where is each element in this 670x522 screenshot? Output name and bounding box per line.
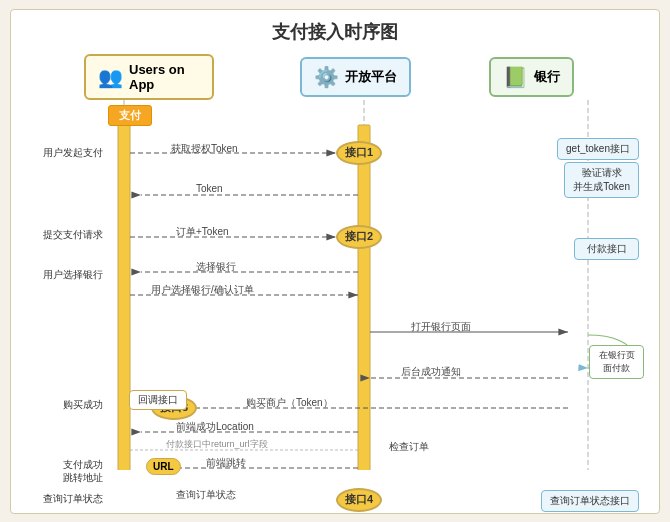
label-success-notify: 后台成功通知 [401,365,461,379]
label-order-token: 订单+Token [176,225,229,239]
validate-box: 验证请求并生成Token [564,162,639,198]
users-icon: 👥 [98,65,123,89]
pay-badge: 支付 [108,105,152,126]
actor-label-platform: 开放平台 [345,68,397,86]
url-badge: URL [146,458,181,475]
label-return-url: 付款接口中return_url字段 [166,438,268,451]
actors-row: 👥 Users on App ⚙️ 开放平台 📗 银行 [21,54,649,100]
interface2-node: 接口2 [336,225,382,249]
label-select-bank: 选择银行 [196,260,236,274]
sequence-area: 支付 接口1 接口2 接口3 接口4 URL 回调接口 get_token接口 … [21,100,649,470]
actor-box-bank: 📗 银行 [489,57,574,97]
actor-box-platform: ⚙️ 开放平台 [300,57,411,97]
label-verify-order: 检查订单 [389,440,429,454]
actor-label-bank: 银行 [534,68,560,86]
label-location: 前端成功Location [176,420,254,434]
query-box: 查询订单状态接口 [541,490,639,512]
get-token-box: get_token接口 [557,138,639,160]
svg-rect-9 [358,125,370,470]
diagram-title: 支付接入时序图 [21,20,649,44]
section-submit: 提交支付请求 [21,228,103,241]
actor-platform: ⚙️ 开放平台 [290,57,420,97]
section-purchase-success: 购买成功 [21,398,103,411]
actor-label-users: Users on App [129,62,200,92]
actor-box-users: 👥 Users on App [84,54,214,100]
arrows-svg [21,100,649,470]
svg-rect-8 [118,125,130,470]
pay-box: 付款接口 [574,238,639,260]
label-redirect: 前端跳转 [206,456,246,470]
interface1-node: 接口1 [336,141,382,165]
interface4-node: 接口4 [336,488,382,512]
platform-icon: ⚙️ [314,65,339,89]
bank-side-note: 在银行页面付款 [589,345,644,379]
callback-box: 回调接口 [129,390,187,410]
label-buy-token: 购买商户（Token） [246,396,333,410]
actor-bank: 📗 银行 [466,57,596,97]
section-query: 查询订单状态 [21,492,103,505]
label-token: Token [196,183,223,194]
bank-icon: 📗 [503,65,528,89]
actor-users: 👥 Users on App [84,54,214,100]
section-initiate: 用户发起支付 [21,146,103,159]
label-open-bank: 打开银行页面 [411,320,471,334]
label-check-order: 查询订单状态 [176,488,236,502]
diagram-container: 支付接入时序图 👥 Users on App ⚙️ 开放平台 📗 银行 [10,9,660,514]
section-pay-callback: 支付成功跳转地址 [21,458,103,484]
label-confirm-order: 用户选择银行/确认订单 [151,283,254,297]
label-get-token: 获取授权Token [171,142,238,156]
section-select-bank: 用户选择银行 [21,268,103,281]
